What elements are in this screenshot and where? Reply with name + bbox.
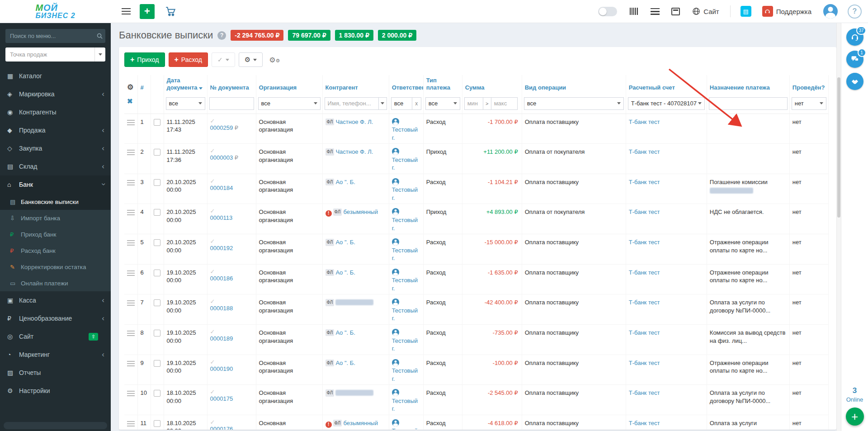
add-income-button[interactable]: +Приход xyxy=(124,52,165,67)
filter-confirmed-select[interactable]: нет xyxy=(792,97,826,110)
contragent-link[interactable]: безымянный xyxy=(343,420,378,426)
contragent-link[interactable]: Частное Ф. Л. xyxy=(335,148,373,155)
responsible-link[interactable]: Тестовый г. xyxy=(392,277,418,292)
sidebar-subitem-expense[interactable]: ₽ Расход банк xyxy=(0,242,111,259)
partners-button[interactable] xyxy=(846,73,863,90)
list-view-icon[interactable] xyxy=(651,8,660,15)
app-logo[interactable]: МОЙ БИЗНЕС 2 xyxy=(0,0,111,23)
row-checkbox[interactable] xyxy=(154,360,160,367)
table-gear-icon[interactable]: ⚙ xyxy=(127,83,133,91)
responsible-link[interactable]: Тестовый г. xyxy=(392,427,418,430)
column-settings-icon[interactable]: ⚙⚙ xyxy=(269,56,280,64)
col-header-confirmed[interactable]: Проведён? xyxy=(789,75,828,95)
menu-search-input[interactable] xyxy=(5,29,94,43)
col-header-responsible[interactable]: Ответственный xyxy=(389,75,423,95)
responsible-link[interactable]: Тестовый г. xyxy=(392,217,418,232)
sidebar-subitem-adjustments[interactable]: ✎ Корректировки остатка xyxy=(0,259,111,275)
table-row[interactable]: 3 20.10.202500:00 ✓ 0000184 Основная орг… xyxy=(124,174,829,204)
col-header-date[interactable]: Дата документа xyxy=(164,75,207,95)
doc-number-link[interactable]: 0000175 xyxy=(210,395,233,402)
sidebar-item-pricing[interactable]: ₽ Ценообразование ‹ xyxy=(0,309,111,327)
drag-handle-icon[interactable] xyxy=(127,421,135,427)
sidebar-item-warehouse[interactable]: ▤ Склад ‹ xyxy=(0,157,111,175)
sidebar-item-site[interactable]: ◎ Сайт ⇧ ‹ xyxy=(0,327,111,346)
drag-handle-icon[interactable] xyxy=(127,270,135,276)
col-header-payment-type[interactable]: Тип платежа xyxy=(423,75,462,95)
confirm-selected-button[interactable]: ✓ xyxy=(212,52,235,67)
filter-account-select[interactable]: Т-банк тест - 407028107 xyxy=(628,97,705,110)
col-header-num[interactable]: # xyxy=(137,75,151,95)
filter-amount-operator[interactable]: > xyxy=(483,97,491,110)
table-row[interactable]: 2 11.11.202517:36 ✓ 0000003 ₽ Основная о… xyxy=(124,144,829,174)
filter-payment-type-select[interactable]: все xyxy=(425,97,460,110)
responsible-link[interactable]: Тестовый г. xyxy=(392,186,418,201)
row-checkbox[interactable] xyxy=(154,420,160,427)
contragent-link[interactable]: безымянный xyxy=(343,208,378,215)
row-checkbox[interactable] xyxy=(154,390,160,397)
account-link[interactable]: Т-банк тест xyxy=(629,148,660,155)
drag-handle-icon[interactable] xyxy=(127,180,135,186)
doc-number-link[interactable]: 0000189 xyxy=(210,335,233,342)
filter-doc-input[interactable] xyxy=(209,97,254,110)
account-link[interactable]: Т-банк тест xyxy=(629,329,660,336)
drag-handle-icon[interactable] xyxy=(127,391,135,397)
support-button[interactable]: Поддержка xyxy=(762,6,811,17)
contragent-link[interactable]: Ао ". Б. xyxy=(335,329,355,336)
drag-handle-icon[interactable] xyxy=(127,331,135,336)
table-row[interactable]: 6 19.10.202500:00 ✓ 0000186 Основная орг… xyxy=(124,264,829,294)
table-settings-button[interactable]: ⚙ xyxy=(239,52,263,67)
cart-icon[interactable] xyxy=(165,5,176,17)
quick-add-button[interactable]: + xyxy=(140,4,155,19)
table-row[interactable]: 1 11.11.202517:43 ✓ 0000259 ₽ Основная о… xyxy=(124,114,829,144)
responsible-link[interactable]: Тестовый г. xyxy=(392,126,418,141)
sidebar-item-cashbox[interactable]: ▣ Касса ‹ xyxy=(0,291,111,309)
row-checkbox[interactable] xyxy=(154,299,160,306)
drag-handle-icon[interactable] xyxy=(127,150,135,156)
sidebar-subitem-income[interactable]: ₽ Приход банк xyxy=(0,226,111,242)
user-avatar[interactable] xyxy=(823,4,838,19)
search-icon[interactable] xyxy=(94,29,105,43)
account-link[interactable]: Т-банк тест xyxy=(629,389,660,396)
doc-number-link[interactable]: 0000003 xyxy=(210,154,233,161)
responsible-link[interactable]: Тестовый г. xyxy=(392,156,418,171)
barcode-icon[interactable] xyxy=(630,8,639,15)
row-checkbox[interactable] xyxy=(154,270,160,276)
sidebar-item-settings[interactable]: ⚙ Настройки ‹ xyxy=(0,382,111,400)
doc-number-link[interactable]: 0000176 xyxy=(210,426,233,430)
row-checkbox[interactable] xyxy=(154,209,160,216)
filter-responsible-clear[interactable]: x xyxy=(412,97,421,110)
col-header-amount[interactable]: Сумма xyxy=(462,75,522,95)
filter-amount-min-input[interactable] xyxy=(464,97,483,110)
sidebar-item-contractors[interactable]: ◉ Контрагенты ‹ xyxy=(0,103,111,121)
doc-number-link[interactable]: 0000186 xyxy=(210,275,233,282)
add-expense-button[interactable]: +Расход xyxy=(169,52,208,67)
responsible-link[interactable]: Тестовый г. xyxy=(392,247,418,262)
account-link[interactable]: Т-банк тест xyxy=(629,239,660,246)
row-checkbox[interactable] xyxy=(154,330,160,336)
col-header-org[interactable]: Организация xyxy=(256,75,322,95)
drag-handle-icon[interactable] xyxy=(127,361,135,367)
sidebar-item-purchase[interactable]: ◇ Закупка ‹ xyxy=(0,139,111,157)
doc-number-link[interactable]: 0000192 xyxy=(210,245,233,251)
row-checkbox[interactable] xyxy=(154,239,160,246)
sales-point-select[interactable]: Точка продаж xyxy=(5,47,105,62)
table-row[interactable]: 5 20.10.202500:00 ✓ 0000192 Основная орг… xyxy=(124,234,829,265)
site-button[interactable]: Сайт xyxy=(692,7,719,16)
filter-operation-select[interactable]: все xyxy=(524,97,624,110)
account-link[interactable]: Т-банк тест xyxy=(629,269,660,276)
hamburger-menu-icon[interactable] xyxy=(111,8,131,14)
filter-contragent-dropdown[interactable] xyxy=(379,97,387,110)
sidebar-subitem-import[interactable]: ⇩ Импорт банка xyxy=(0,210,111,226)
sidebar-item-bank[interactable]: ⌂ Банк ‹ xyxy=(0,175,111,194)
sidebar-item-marketing[interactable]: ◔ Маркетинг ‹ xyxy=(0,346,111,364)
account-link[interactable]: Т-банк тест xyxy=(629,179,660,185)
filter-amount-max-input[interactable] xyxy=(491,97,518,110)
drag-handle-icon[interactable] xyxy=(127,240,135,246)
account-link[interactable]: Т-банк тест xyxy=(629,118,660,125)
account-link[interactable]: Т-банк тест xyxy=(629,208,660,215)
row-checkbox[interactable] xyxy=(154,149,160,156)
scrollbar-thumb[interactable] xyxy=(837,77,840,218)
drag-handle-icon[interactable] xyxy=(127,300,135,306)
sidebar-item-catalog[interactable]: ▦ Каталог ‹ xyxy=(0,67,111,85)
row-checkbox[interactable] xyxy=(154,119,160,126)
